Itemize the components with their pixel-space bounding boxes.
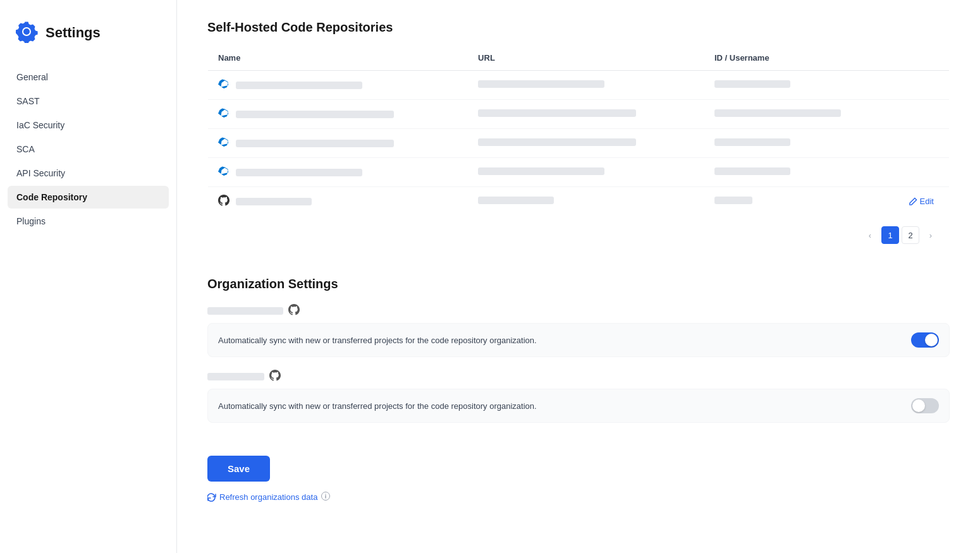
azure-devops-icon xyxy=(218,107,230,121)
sidebar-item-iac-security[interactable]: IaC Security xyxy=(8,114,169,137)
sidebar-item-code-repository[interactable]: Code Repository xyxy=(8,186,169,209)
repo-url-blur xyxy=(478,167,604,175)
toggle-knob-1 xyxy=(925,334,938,346)
org-section-title: Organization Settings xyxy=(207,277,950,291)
repo-table: Name URL ID / Username xyxy=(207,45,950,216)
org-toggle-1[interactable] xyxy=(911,332,939,348)
repo-name-blur xyxy=(236,169,362,176)
edit-icon xyxy=(909,197,917,205)
github-icon-org-1 xyxy=(288,304,300,318)
table-row xyxy=(208,71,950,100)
org-sync-row-2: Automatically sync with new or transferr… xyxy=(207,389,950,423)
pagination-prev[interactable]: ‹ xyxy=(861,226,879,244)
toggle-slider-2 xyxy=(911,398,939,413)
col-id: ID / Username xyxy=(704,46,899,71)
repo-name-blur xyxy=(236,198,312,205)
org-sync-text-2: Automatically sync with new or transferr… xyxy=(218,401,537,411)
pagination-next[interactable]: › xyxy=(922,226,940,244)
sidebar-item-api-security[interactable]: API Security xyxy=(8,162,169,185)
repo-name-blur xyxy=(236,140,394,147)
org-toggle-2[interactable] xyxy=(911,398,939,413)
table-row: Edit xyxy=(208,187,950,216)
org-sync-row-1: Automatically sync with new or transferr… xyxy=(207,323,950,357)
azure-devops-icon xyxy=(218,137,230,150)
repo-id-blur xyxy=(714,80,790,88)
table-row xyxy=(208,158,950,187)
edit-button[interactable]: Edit xyxy=(909,197,934,206)
azure-devops-icon xyxy=(218,166,230,179)
refresh-icon xyxy=(207,493,216,502)
sidebar-header: Settings xyxy=(0,20,176,66)
repo-url-blur xyxy=(478,197,554,204)
sidebar-item-sca[interactable]: SCA xyxy=(8,138,169,161)
repo-id-blur xyxy=(714,138,790,146)
pagination: ‹ 1 2 › xyxy=(207,221,950,252)
repo-name-blur xyxy=(236,82,362,89)
save-button[interactable]: Save xyxy=(207,456,270,482)
sidebar-item-sast[interactable]: SAST xyxy=(8,90,169,112)
org-item-1: Automatically sync with new or transferr… xyxy=(207,304,950,357)
org-name-2-blur xyxy=(207,373,264,380)
repo-id-blur xyxy=(714,167,790,175)
pagination-page-1[interactable]: 1 xyxy=(881,226,899,244)
org-item-2-header xyxy=(207,370,950,384)
toggle-knob-2 xyxy=(912,399,925,412)
gear-icon xyxy=(15,20,38,46)
repo-section-title: Self-Hosted Code Repositories xyxy=(207,20,950,35)
main-content: Self-Hosted Code Repositories Name URL I… xyxy=(177,0,980,553)
sidebar-title: Settings xyxy=(46,25,101,41)
refresh-link[interactable]: Refresh organizations data xyxy=(207,492,317,502)
repo-url-blur xyxy=(478,109,636,117)
table-row xyxy=(208,129,950,158)
repo-id-blur xyxy=(714,109,841,117)
org-sync-text-1: Automatically sync with new or transferr… xyxy=(218,336,537,345)
toggle-slider-1 xyxy=(911,332,939,348)
azure-devops-icon xyxy=(218,78,230,92)
table-row xyxy=(208,100,950,129)
sidebar-item-plugins[interactable]: Plugins xyxy=(8,210,169,233)
sidebar-nav: General SAST IaC Security SCA API Securi… xyxy=(0,66,176,233)
github-icon xyxy=(218,195,230,208)
sidebar-item-general[interactable]: General xyxy=(8,66,169,88)
repo-url-blur xyxy=(478,80,604,88)
org-settings-section: Organization Settings Automatically sync… xyxy=(207,277,950,502)
col-name: Name xyxy=(208,46,469,71)
repo-url-blur xyxy=(478,138,636,146)
github-icon-org-2 xyxy=(269,370,281,384)
org-name-1-blur xyxy=(207,307,283,315)
repo-name-blur xyxy=(236,111,394,118)
repo-id-blur xyxy=(714,197,752,204)
col-url: URL xyxy=(468,46,704,71)
pagination-page-2[interactable]: 2 xyxy=(902,226,919,244)
refresh-row: Refresh organizations data xyxy=(207,492,950,502)
org-item-2: Automatically sync with new or transferr… xyxy=(207,370,950,423)
info-icon[interactable] xyxy=(321,492,330,502)
svg-point-1 xyxy=(326,494,327,495)
sidebar: Settings General SAST IaC Security SCA A… xyxy=(0,0,177,553)
org-item-1-header xyxy=(207,304,950,318)
